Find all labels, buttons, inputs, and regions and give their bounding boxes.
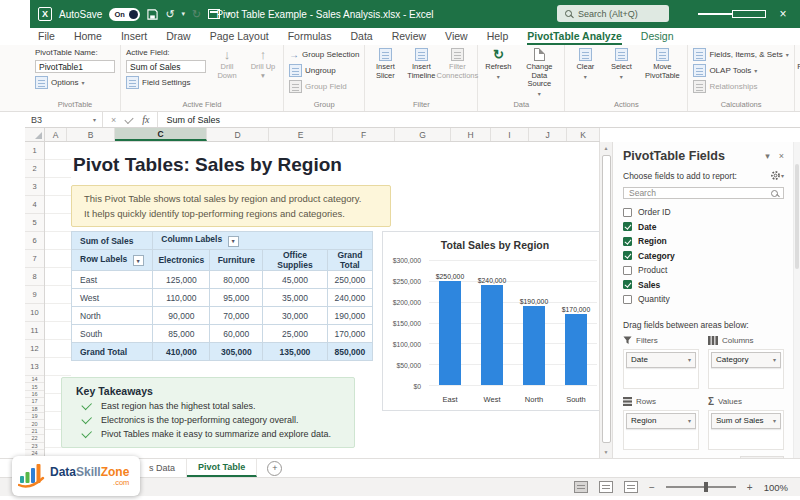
- pivot-cell[interactable]: 45,000: [263, 271, 328, 289]
- row-header-23[interactable]: 23: [25, 443, 44, 450]
- pivot-cell[interactable]: South: [72, 325, 153, 343]
- bar-north[interactable]: [523, 306, 545, 385]
- fields-items-sets-button[interactable]: Fields, Items, & Sets▾: [693, 48, 788, 61]
- fields-search-input[interactable]: Search: [623, 187, 784, 199]
- scroll-down-icon[interactable]: ▼: [600, 449, 612, 455]
- row-header-12[interactable]: 12: [25, 340, 44, 358]
- panel-scrollbar[interactable]: [793, 142, 800, 458]
- row-header-22[interactable]: 22: [25, 435, 44, 442]
- row-header-9[interactable]: 9: [25, 286, 44, 304]
- field-item-order-id[interactable]: Order ID: [623, 205, 784, 220]
- maximize-button[interactable]: [732, 0, 766, 28]
- pivot-cell[interactable]: 30,000: [263, 307, 328, 325]
- field-checkbox[interactable]: [623, 222, 632, 231]
- column-header-I[interactable]: I: [491, 128, 529, 141]
- customize-quick-access-icon[interactable]: [208, 9, 220, 19]
- panel-options-dropdown-icon[interactable]: ▾: [765, 151, 770, 161]
- field-checkbox[interactable]: [623, 237, 632, 246]
- menu-tab-home[interactable]: Home: [74, 30, 102, 45]
- close-button[interactable]: ×: [766, 0, 800, 28]
- excel-app-icon[interactable]: X: [38, 7, 52, 21]
- insert-timeline-button[interactable]: Insert Timeline: [406, 48, 436, 80]
- select-button[interactable]: Select▾: [606, 48, 636, 81]
- save-icon[interactable]: [147, 9, 158, 20]
- row-header-5[interactable]: 5: [25, 214, 44, 232]
- pivot-cell[interactable]: Electronics: [153, 250, 210, 271]
- quick-access-dropdown-icon[interactable]: ▾: [227, 10, 231, 18]
- filter-dropdown-icon[interactable]: ▾: [133, 255, 144, 266]
- row-header-18[interactable]: 18: [25, 406, 44, 413]
- row-header-1[interactable]: 1: [25, 142, 44, 160]
- menu-tab-pivottable-analyze[interactable]: PivotTable Analyze: [527, 30, 622, 45]
- zoom-level[interactable]: 100%: [764, 482, 788, 493]
- zoom-slider-thumb[interactable]: [704, 482, 708, 492]
- row-header-7[interactable]: 7: [25, 250, 44, 268]
- filter-dropdown-icon[interactable]: ▾: [228, 236, 239, 247]
- titlebar-search[interactable]: Search (Alt+Q): [557, 5, 669, 22]
- field-checkbox[interactable]: [623, 295, 632, 304]
- scroll-up-icon[interactable]: ▲: [600, 145, 612, 151]
- gear-dropdown-icon[interactable]: ▾: [781, 172, 784, 179]
- menu-tab-formulas[interactable]: Formulas: [288, 30, 332, 45]
- row-header-3[interactable]: 3: [25, 178, 44, 196]
- field-item-date[interactable]: Date: [623, 220, 784, 235]
- pivot-cell[interactable]: 35,000: [263, 289, 328, 307]
- field-checkbox[interactable]: [623, 266, 632, 275]
- pivot-cell[interactable]: Row Labels ▾: [72, 250, 153, 271]
- row-header-16[interactable]: 16: [25, 391, 44, 398]
- worksheet-scrollbar[interactable]: ▲ ▼: [599, 142, 612, 458]
- name-box-dropdown-icon[interactable]: ▾: [93, 116, 96, 123]
- menu-tab-design[interactable]: Design: [641, 30, 674, 45]
- row-header-6[interactable]: 6: [25, 232, 44, 250]
- pivot-cell[interactable]: North: [72, 307, 153, 325]
- row-header-21[interactable]: 21: [25, 428, 44, 435]
- field-checkbox[interactable]: [623, 208, 632, 217]
- zoom-slider[interactable]: [666, 486, 736, 488]
- field-item-product[interactable]: Product: [623, 263, 784, 278]
- pivot-table[interactable]: Sum of SalesColumn Labels ▾Row Labels ▾E…: [71, 231, 373, 361]
- field-checkbox[interactable]: [623, 280, 632, 289]
- pivot-cell[interactable]: West: [72, 289, 153, 307]
- menu-tab-view[interactable]: View: [445, 30, 468, 45]
- row-header-13[interactable]: 13: [25, 358, 44, 376]
- column-header-F[interactable]: F: [333, 128, 395, 141]
- normal-view-button[interactable]: [574, 481, 588, 493]
- move-pivottable-button[interactable]: Move PivotTable: [642, 48, 682, 80]
- panel-scrollbar-thumb[interactable]: [795, 164, 799, 269]
- sales-chart[interactable]: Total Sales by Region $300,000$250,000$2…: [382, 231, 599, 411]
- field-item-quantity[interactable]: Quantity: [623, 292, 784, 307]
- group-selection-button[interactable]: →Group Selection: [289, 48, 359, 61]
- new-sheet-button[interactable]: +: [267, 461, 282, 476]
- column-header-E[interactable]: E: [269, 128, 333, 141]
- pivot-cell[interactable]: 70,000: [210, 307, 263, 325]
- active-field-input[interactable]: Sum of Sales: [126, 60, 206, 73]
- pivot-cell[interactable]: 410,000: [153, 343, 210, 361]
- pivottable-name-input[interactable]: PivotTable1: [35, 60, 115, 73]
- column-header-H[interactable]: H: [451, 128, 491, 141]
- menu-tab-page-layout[interactable]: Page Layout: [210, 30, 269, 45]
- column-header-C[interactable]: C: [115, 128, 207, 141]
- zoom-out-icon[interactable]: −: [649, 482, 655, 493]
- page-layout-view-button[interactable]: [599, 481, 613, 493]
- row-header-20[interactable]: 20: [25, 420, 44, 427]
- menu-tab-help[interactable]: Help: [487, 30, 509, 45]
- rows-area[interactable]: Rows Region▾: [623, 396, 699, 450]
- gear-icon[interactable]: [770, 170, 781, 181]
- columns-field-chip[interactable]: Category▾: [711, 352, 781, 368]
- field-settings-button[interactable]: Field Settings: [126, 76, 206, 89]
- formula-input[interactable]: Sum of Sales: [158, 115, 800, 125]
- column-header-A[interactable]: A: [45, 128, 67, 141]
- page-break-view-button[interactable]: [624, 481, 638, 493]
- pivot-cell[interactable]: 95,000: [210, 289, 263, 307]
- sheet-tab-pivot-table[interactable]: Pivot Table: [187, 459, 257, 477]
- row-header-8[interactable]: 8: [25, 268, 44, 286]
- pivot-cell[interactable]: 170,000: [327, 325, 372, 343]
- field-item-category[interactable]: Category: [623, 249, 784, 264]
- filters-field-chip[interactable]: Date▾: [626, 352, 696, 368]
- ungroup-button[interactable]: Ungroup: [289, 64, 359, 77]
- pivot-cell[interactable]: 135,000: [263, 343, 328, 361]
- filters-area[interactable]: Filters Date▾: [623, 335, 699, 389]
- pivot-cell[interactable]: 850,000: [327, 343, 372, 361]
- bar-west[interactable]: [481, 285, 503, 385]
- panel-close-icon[interactable]: ×: [779, 151, 784, 161]
